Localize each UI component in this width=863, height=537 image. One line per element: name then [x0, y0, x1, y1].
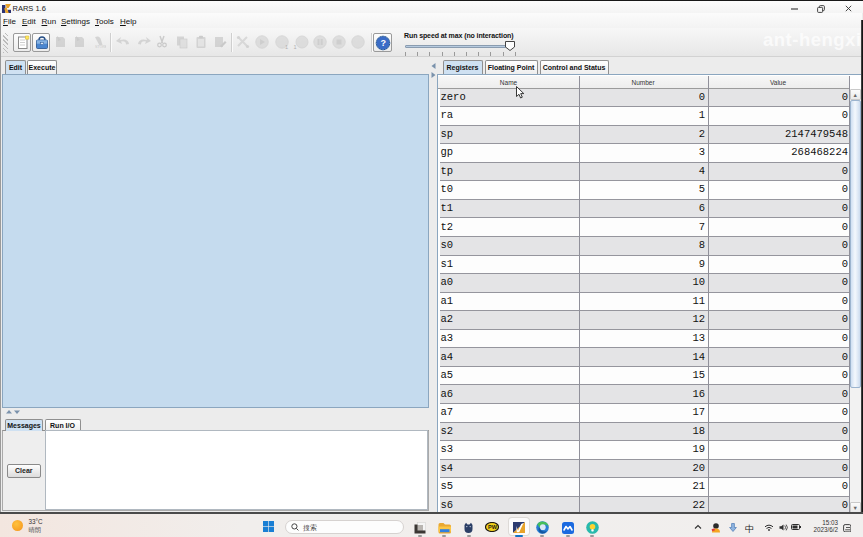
svg-text:?: ? — [381, 38, 387, 48]
svg-text:STORE: STORE — [95, 45, 106, 49]
svg-text:1: 1 — [285, 44, 288, 50]
svg-text:1: 1 — [293, 44, 296, 50]
svg-text:PW: PW — [488, 524, 498, 530]
